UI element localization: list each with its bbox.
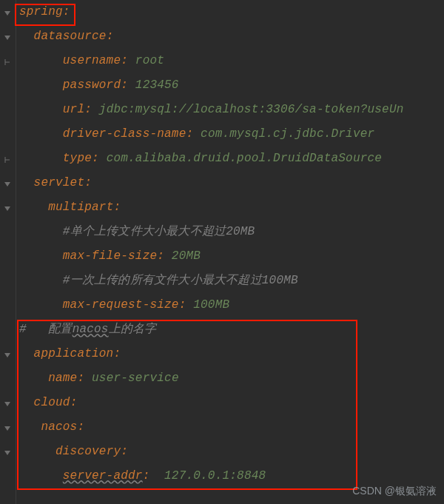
fold-icon[interactable]	[3, 9, 12, 18]
yaml-key: name	[48, 372, 77, 385]
fold-icon[interactable]	[3, 155, 12, 164]
yaml-comment: nacos	[73, 323, 109, 336]
yaml-value: 123456	[135, 78, 179, 92]
yaml-value: root	[135, 54, 164, 67]
code-line: url: jdbc:mysql://localhost:3306/sa-toke…	[16, 98, 444, 122]
yaml-key: application	[34, 347, 114, 360]
yaml-comment: #一次上传的所有文件大小最大不超过100MB	[63, 274, 298, 287]
yaml-value: 100MB	[193, 298, 229, 312]
fold-icon[interactable]	[3, 448, 12, 457]
code-line: servlet:	[16, 171, 444, 195]
code-line: name: user-service	[16, 366, 444, 391]
code-line: password: 123456	[16, 73, 444, 98]
yaml-comment: #单个上传文件大小最大不超过20MB	[63, 225, 255, 238]
fold-icon[interactable]	[3, 400, 12, 409]
code-line: # 配置nacos上的名字	[16, 317, 444, 342]
code-line: nacos:	[16, 415, 444, 440]
code-line: #一次上传的所有文件大小最大不超过100MB	[16, 269, 444, 293]
yaml-key: cloud	[34, 396, 70, 409]
code-editor: spring: datasource: username: root passw…	[0, 0, 444, 504]
yaml-key: nacos	[41, 420, 77, 434]
yaml-value: 127.0.0.1:8848	[164, 469, 266, 483]
yaml-comment: 配置	[48, 323, 72, 336]
code-line: #单个上传文件大小最大不超过20MB	[16, 220, 444, 244]
yaml-value: com.mysql.cj.jdbc.Driver	[201, 127, 374, 141]
yaml-comment-hash: #	[19, 323, 27, 336]
yaml-value: com.alibaba.druid.pool.DruidDataSource	[107, 152, 382, 165]
fold-icon[interactable]	[3, 58, 12, 67]
yaml-key: spring	[19, 5, 63, 19]
yaml-comment: 上的名字	[109, 323, 157, 336]
yaml-key: max-file-size	[63, 249, 157, 263]
yaml-key: servlet	[34, 176, 85, 189]
code-line: spring:	[16, 0, 444, 24]
yaml-key: type	[63, 152, 92, 165]
yaml-key: multipart	[48, 201, 113, 214]
yaml-key: username	[63, 54, 121, 67]
code-line: multipart:	[16, 195, 444, 220]
code-line: max-file-size: 20MB	[16, 244, 444, 269]
code-line: max-request-size: 100MB	[16, 293, 444, 317]
yaml-value: user-service	[92, 372, 179, 385]
code-line: username: root	[16, 49, 444, 73]
fold-icon[interactable]	[3, 351, 12, 360]
yaml-key: discovery	[56, 445, 121, 458]
fold-icon[interactable]	[3, 424, 12, 433]
code-line: application:	[16, 342, 444, 366]
yaml-key: datasource	[34, 30, 107, 43]
yaml-key: driver-class-name	[63, 127, 186, 141]
watermark-text: CSDN @银氨溶液	[352, 485, 437, 498]
yaml-key: server-addr	[63, 469, 143, 483]
yaml-value: 20MB	[172, 249, 201, 263]
yaml-value: jdbc:mysql://localhost:3306/sa-token?use…	[99, 103, 404, 116]
fold-gutter	[0, 0, 16, 504]
code-line: type: com.alibaba.druid.pool.DruidDataSo…	[16, 147, 444, 171]
code-line: driver-class-name: com.mysql.cj.jdbc.Dri…	[16, 122, 444, 147]
code-line: discovery:	[16, 440, 444, 464]
fold-icon[interactable]	[3, 180, 12, 189]
yaml-key: url	[63, 103, 84, 116]
code-area[interactable]: spring: datasource: username: root passw…	[16, 0, 444, 504]
fold-icon[interactable]	[3, 33, 12, 42]
code-line: datasource:	[16, 24, 444, 49]
yaml-key: max-request-size	[63, 298, 179, 312]
yaml-key: password	[63, 78, 121, 92]
fold-icon[interactable]	[3, 204, 12, 213]
code-line: cloud:	[16, 391, 444, 415]
